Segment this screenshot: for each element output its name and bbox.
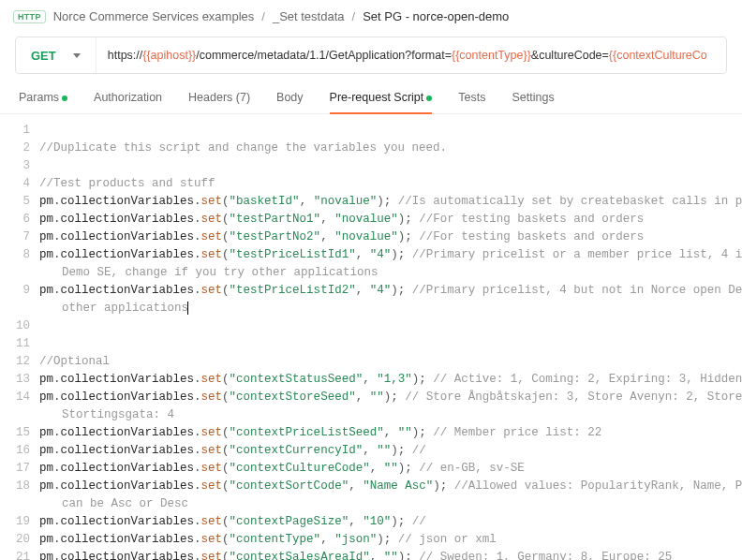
code-line[interactable]: pm.collectionVariables.set("contentType"… xyxy=(39,531,742,549)
tab-settings[interactable]: Settings xyxy=(512,91,554,113)
url-variable: {{contextCultureCo xyxy=(609,49,707,62)
code-line[interactable]: //Optional xyxy=(39,353,742,371)
code-line-wrap[interactable]: Stortingsgata: 4 xyxy=(39,406,742,424)
breadcrumb-request: Set PG - norce-open-demo xyxy=(363,9,509,23)
code-line-wrap[interactable]: Demo SE, change if you try other applica… xyxy=(39,264,742,282)
status-dot-icon xyxy=(426,96,432,101)
breadcrumb-collection[interactable]: Norce Commerce Services examples xyxy=(53,9,255,23)
code-line[interactable] xyxy=(39,317,742,335)
code-editor[interactable]: 12345678 9 1011121314 15161718 192021 //… xyxy=(0,114,742,560)
tab-pre-request-script[interactable]: Pre-request Script xyxy=(330,91,433,113)
code-line[interactable]: pm.collectionVariables.set("contextCurre… xyxy=(39,442,742,460)
code-line[interactable]: pm.collectionVariables.set("contextStatu… xyxy=(39,371,742,389)
breadcrumb-folder[interactable]: _Set testdata xyxy=(273,9,345,23)
code-line-wrap[interactable]: other applications xyxy=(39,300,742,317)
tab-tests[interactable]: Tests xyxy=(458,91,485,113)
code-line[interactable]: //Duplicate this script and change the v… xyxy=(39,140,742,157)
method-label: GET xyxy=(31,49,56,63)
code-line[interactable]: pm.collectionVariables.set("contextSortC… xyxy=(39,478,742,495)
line-gutter: 12345678 9 1011121314 15161718 192021 xyxy=(0,122,39,560)
code-line[interactable] xyxy=(39,335,742,353)
code-line-wrap[interactable]: can be Asc or Desc xyxy=(39,495,742,513)
chevron-down-icon xyxy=(73,53,81,58)
request-tabs: Params Authorization Headers (7) Body Pr… xyxy=(0,74,742,114)
tab-authorization[interactable]: Authorization xyxy=(94,91,162,113)
code-line[interactable]: pm.collectionVariables.set("testPartNo2"… xyxy=(39,228,742,246)
tab-params[interactable]: Params xyxy=(19,91,67,113)
request-row: GET https://{{apihost}}/commerce/metadat… xyxy=(15,37,727,74)
code-line[interactable]: pm.collectionVariables.set("contextStore… xyxy=(39,389,742,406)
code-line[interactable]: pm.collectionVariables.set("contextCultu… xyxy=(39,460,742,478)
code-body[interactable]: //Duplicate this script and change the v… xyxy=(39,122,742,560)
code-line[interactable] xyxy=(39,122,742,140)
url-input[interactable]: https://{{apihost}}/commerce/metadata/1.… xyxy=(96,49,726,62)
code-line[interactable]: pm.collectionVariables.set("testPartNo1"… xyxy=(39,211,742,228)
tab-body[interactable]: Body xyxy=(276,91,304,113)
url-variable: {{contentType}} xyxy=(452,49,531,62)
method-dropdown[interactable]: GET xyxy=(16,37,96,73)
code-line[interactable]: pm.collectionVariables.set("testPriceLis… xyxy=(39,282,742,300)
breadcrumb: HTTP Norce Commerce Services examples / … xyxy=(0,0,742,31)
breadcrumb-separator: / xyxy=(261,9,265,23)
tab-headers[interactable]: Headers (7) xyxy=(188,91,250,113)
url-variable: {{apihost}} xyxy=(142,49,196,62)
code-line[interactable]: pm.collectionVariables.set("basketId", "… xyxy=(39,193,742,211)
breadcrumb-separator: / xyxy=(352,9,356,23)
code-line[interactable]: //Test products and stuff xyxy=(39,175,742,193)
code-line[interactable]: pm.collectionVariables.set("testPriceLis… xyxy=(39,246,742,264)
code-line[interactable]: pm.collectionVariables.set("contextPrice… xyxy=(39,424,742,442)
code-line[interactable]: pm.collectionVariables.set("contextSales… xyxy=(39,549,742,560)
http-method-badge: HTTP xyxy=(13,10,46,23)
code-line[interactable]: pm.collectionVariables.set("contextPageS… xyxy=(39,513,742,531)
code-line[interactable] xyxy=(39,157,742,175)
status-dot-icon xyxy=(62,96,67,101)
